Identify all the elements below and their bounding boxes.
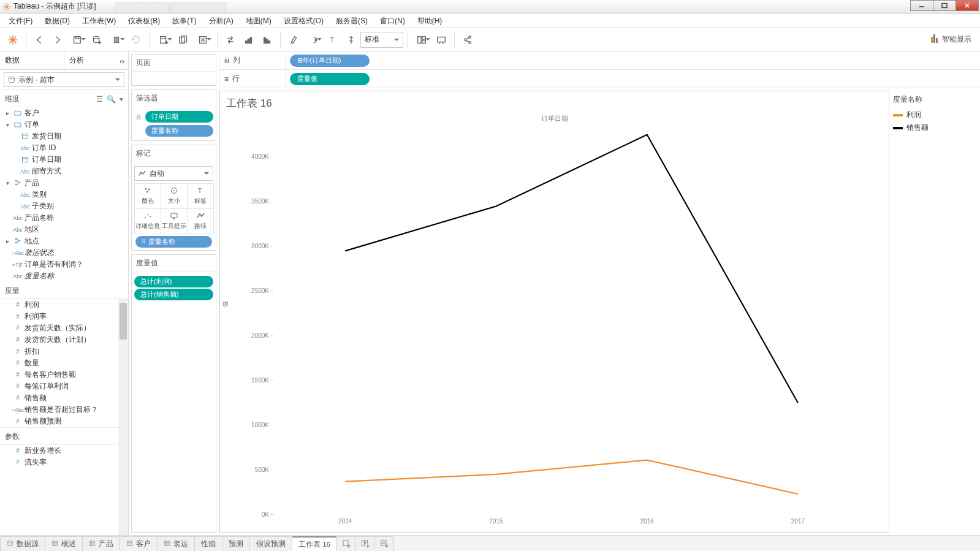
window-close-button[interactable] — [955, 0, 979, 11]
viz-canvas[interactable]: 工作表 16 订单日期 值 0K500K1000K1500K2000K2500K… — [219, 91, 889, 533]
chart-plot[interactable]: 0K500K1000K1500K2000K2500K3000K3500K4000… — [248, 126, 883, 530]
sheet-tab[interactable]: 性能 — [194, 536, 222, 551]
new-sheet-button[interactable] — [374, 536, 394, 551]
measure-field[interactable]: #发货前天数（实际） — [0, 322, 128, 334]
measure-field[interactable]: #每笔订单利润 — [0, 381, 128, 392]
measure-value-pill[interactable]: 总计(销售额) — [134, 289, 213, 300]
data-tab[interactable]: 数据 — [0, 51, 64, 69]
group-button[interactable] — [303, 31, 324, 49]
measure-field[interactable]: =Abc销售额是否超过目标？ — [0, 404, 128, 416]
highlight-button[interactable] — [284, 31, 303, 49]
forward-button[interactable] — [48, 31, 67, 49]
menu-item[interactable]: 服务器(S) — [330, 13, 374, 28]
menu-item[interactable]: 分析(A) — [203, 13, 240, 28]
dimension-field[interactable]: Abc类别 — [0, 189, 128, 200]
measure-field[interactable]: #折扣 — [0, 346, 128, 357]
sheet-tab[interactable]: 工作表 16 — [292, 536, 337, 551]
viz-title[interactable]: 工作表 16 — [220, 91, 889, 110]
sheet-tab[interactable]: 预测 — [222, 536, 250, 551]
parameter-field[interactable]: #新业务增长 — [0, 445, 128, 457]
sheet-tab[interactable]: 客户 — [120, 536, 158, 551]
rows-shelf[interactable]: ≡行 度量值 — [219, 70, 980, 88]
mark-encoding-size[interactable]: 大小 — [161, 183, 188, 209]
show-labels-button[interactable]: T — [324, 31, 342, 49]
fit-selector[interactable]: 标准 — [360, 32, 403, 48]
menu-item[interactable]: 设置格式(O) — [278, 13, 330, 28]
color-legend[interactable]: 度量名称 利润销售额 — [892, 91, 978, 533]
new-sheet-button[interactable] — [355, 536, 375, 551]
pause-auto-updates-button[interactable] — [106, 31, 127, 49]
legend-item[interactable]: 销售额 — [892, 121, 978, 134]
back-button[interactable] — [30, 31, 48, 49]
new-sheet-button[interactable] — [336, 536, 356, 551]
dimension-field[interactable]: 订单日期 — [0, 154, 128, 165]
menu-item[interactable]: 帮助(H) — [411, 13, 449, 28]
save-button[interactable] — [67, 31, 88, 49]
dimension-field[interactable]: ▸地点 — [0, 235, 128, 247]
measure-field[interactable]: #利润 — [0, 299, 128, 311]
marks-color-pill[interactable]: ⠿ 度量名称 — [135, 236, 212, 248]
menu-item[interactable]: 文件(F) — [2, 13, 39, 28]
sheet-tab[interactable]: 假设预测 — [249, 536, 292, 551]
menu-item[interactable]: 故事(T) — [166, 13, 202, 28]
dimension-field[interactable]: 发货日期 — [0, 131, 128, 142]
series-line[interactable] — [345, 460, 798, 494]
pin-axis-button[interactable] — [342, 31, 360, 49]
menu-item[interactable]: 仪表板(B) — [122, 13, 166, 28]
new-data-source-button[interactable] — [88, 31, 106, 49]
mark-encoding-detail[interactable]: 详细信息 — [134, 208, 161, 234]
sort-asc-button[interactable] — [240, 31, 258, 49]
mark-encoding-label[interactable]: T标签 — [187, 183, 214, 209]
sheet-tab[interactable]: 概述 — [45, 536, 83, 551]
dimension-field[interactable]: Abc产品名称 — [0, 212, 128, 224]
dimension-field[interactable]: ▾订单 — [0, 119, 128, 131]
dimension-field[interactable]: =Abc装运状态 — [0, 247, 128, 259]
scrollbar[interactable] — [118, 299, 128, 535]
measure-field[interactable]: #数量 — [0, 357, 128, 369]
dimension-field[interactable]: Abc订单 ID — [0, 142, 128, 154]
menu-item[interactable]: 地图(M) — [240, 13, 278, 28]
mark-encoding-path[interactable]: 路径 — [187, 208, 214, 234]
dimension-field[interactable]: Abc邮寄方式 — [0, 165, 128, 177]
new-worksheet-button[interactable] — [153, 31, 174, 49]
measure-field[interactable]: #销售额预测 — [0, 416, 128, 427]
menu-caret-icon[interactable]: ▾ — [120, 95, 123, 104]
filter-pill[interactable]: 度量名称 — [145, 125, 213, 137]
swap-rows-columns-button[interactable] — [221, 31, 240, 49]
sheet-tab[interactable]: 数据源 — [0, 536, 45, 551]
mark-encoding-color[interactable]: 颜色 — [134, 183, 161, 209]
window-maximize-button[interactable] — [933, 0, 956, 11]
dimension-field[interactable]: =T|F订单是否有利润？ — [0, 259, 128, 270]
view-mode-icon[interactable]: ☰ — [96, 95, 103, 104]
measure-field[interactable]: #利润率 — [0, 311, 128, 322]
legend-item[interactable]: 利润 — [892, 108, 978, 121]
search-icon[interactable]: 🔍 — [107, 95, 116, 104]
dimension-field[interactable]: ▾产品 — [0, 177, 128, 189]
analytics-tab[interactable]: 分析‹› — [64, 51, 128, 69]
series-line[interactable] — [345, 135, 798, 403]
filter-pill[interactable]: 订单日期 — [145, 111, 213, 123]
dimension-field[interactable]: Abc地区 — [0, 224, 128, 235]
tableau-start-button[interactable] — [4, 31, 22, 49]
show-me-button[interactable]: 智能显示 — [931, 34, 971, 45]
measure-field[interactable]: #每名客户销售额 — [0, 369, 128, 381]
show-cards-button[interactable] — [411, 31, 432, 49]
dimension-field[interactable]: Abc子类别 — [0, 200, 128, 212]
sheet-tab[interactable]: 装运 — [157, 536, 195, 551]
parameter-field[interactable]: #流失率 — [0, 457, 128, 468]
window-minimize-button[interactable] — [910, 0, 933, 11]
measure-field[interactable]: #销售额 — [0, 392, 128, 404]
sheet-tab[interactable]: 产品 — [82, 536, 120, 551]
mark-encoding-tooltip[interactable]: 工具提示 — [161, 208, 188, 234]
sort-desc-button[interactable] — [258, 31, 276, 49]
clear-sheet-button[interactable] — [192, 31, 213, 49]
data-source-selector[interactable]: 示例 - 超市 — [4, 72, 124, 87]
measure-field[interactable]: #发货前天数（计划） — [0, 334, 128, 346]
file-tab[interactable] — [115, 2, 170, 13]
dimension-field[interactable]: Abc度量名称 — [0, 270, 128, 282]
columns-shelf[interactable]: iii列 ⊞ 年(订单日期) — [219, 51, 980, 70]
file-tab[interactable] — [171, 2, 226, 13]
mark-type-selector[interactable]: 自动 — [134, 166, 213, 181]
menu-item[interactable]: 窗口(N) — [374, 13, 411, 28]
measure-value-pill[interactable]: 总计(利润) — [134, 276, 213, 287]
